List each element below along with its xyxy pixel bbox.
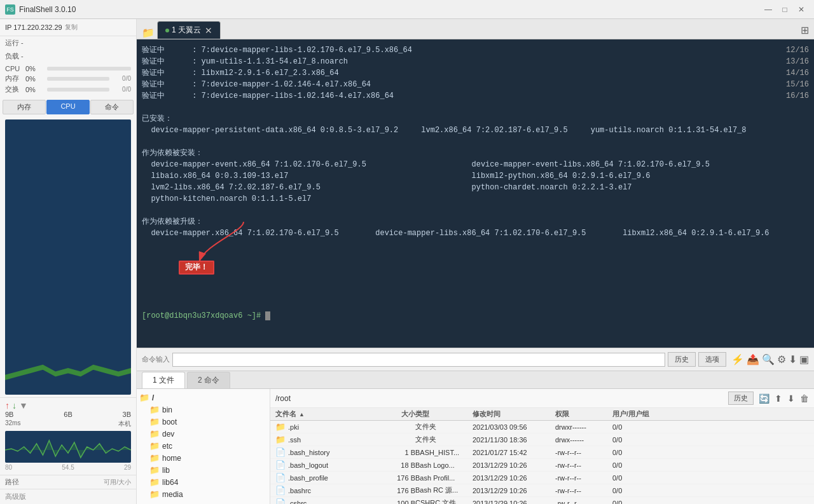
file-icon: 📄: [275, 498, 286, 504]
file-row[interactable]: 📄 .bash_history 1 B BASH_HIST... 2021/01…: [270, 446, 814, 459]
dir-dev-label: dev: [162, 430, 174, 439]
file-history-button[interactable]: 历史: [728, 392, 754, 405]
file-row[interactable]: 📄 .bashrc 176 B Bash RC 源... 2013/12/29 …: [270, 484, 814, 497]
file-date-cell: 2013/12/29 10:26: [473, 487, 555, 494]
terminal-line-8: libaio.x86_64 0:0.3.109-13.el7 libxml2-p…: [142, 170, 809, 182]
file-owner-cell: 0/0: [612, 500, 663, 505]
advanced-label: 高级版: [0, 489, 136, 504]
options-button[interactable]: 选项: [698, 352, 726, 367]
tab-label: 1 天翼云: [172, 25, 201, 36]
tab-mem[interactable]: 内存: [3, 100, 46, 114]
net-down-arrow: ↓: [12, 400, 17, 411]
cmd-input[interactable]: [172, 353, 665, 367]
path-row: 路径 可用/大小: [0, 475, 136, 489]
col-type-header[interactable]: 类型: [415, 409, 473, 419]
file-row[interactable]: 📄 .bash_profile 176 B Bash Profil... 201…: [270, 472, 814, 484]
tab-cmd[interactable]: 命令: [90, 100, 134, 114]
dir-etc[interactable]: 📁 etc: [137, 440, 270, 452]
cmd-bar: 命令输入 历史 选项 ⚡ 📤 🔍 ⚙ ⬇ ▣: [137, 348, 814, 371]
upload-icon[interactable]: 📤: [747, 353, 759, 365]
grid-view-icon[interactable]: ⊞: [801, 24, 809, 36]
files-tab[interactable]: 1 文件: [142, 372, 185, 388]
tab-bar: 📁 1 天翼云 ✕ ⊞: [137, 19, 814, 39]
download-file-icon[interactable]: ⬇: [787, 393, 795, 404]
dir-media-icon: 📁: [149, 489, 160, 499]
bottom-tabs: 1 文件 2 命令: [137, 371, 814, 389]
copy-button[interactable]: 复制: [65, 23, 78, 32]
upload-file-icon[interactable]: ⬆: [775, 393, 782, 404]
tab-dot: [165, 29, 169, 32]
settings-icon[interactable]: ⚙: [777, 353, 786, 365]
dir-home[interactable]: 📁 home: [137, 452, 270, 464]
file-perms-cell: -rw-r--r--: [555, 461, 612, 469]
file-icon: 📁: [275, 435, 286, 444]
tab-toolbar: ⊞: [801, 24, 809, 39]
col-name-header[interactable]: 文件名 ▲: [275, 409, 377, 419]
file-date-cell: 2021/01/27 15:42: [473, 449, 555, 456]
dir-etc-label: etc: [162, 442, 172, 451]
ping-mid: 54.5: [62, 464, 74, 471]
file-icon: 📄: [275, 460, 286, 470]
cpu-value: 0%: [25, 65, 45, 72]
file-owner-cell: 0/0: [612, 461, 663, 469]
dir-etc-icon: 📁: [149, 441, 160, 451]
file-row[interactable]: 📄 .bash_logout 18 B Bash Logo... 2013/12…: [270, 459, 814, 472]
maximize-button[interactable]: □: [777, 3, 792, 16]
file-row[interactable]: 📁 .pki 文件夹 2021/03/03 09:56 drwxr------ …: [270, 421, 814, 433]
delete-file-icon[interactable]: 🗑: [800, 393, 809, 404]
file-row[interactable]: 📁 .ssh 文件夹 2021/11/30 18:36 drwx------ 0…: [270, 433, 814, 446]
cpu-chart: [5, 119, 131, 395]
file-icon: 📄: [275, 486, 286, 495]
close-button[interactable]: ✕: [794, 3, 809, 16]
search-icon[interactable]: 🔍: [762, 353, 775, 365]
file-rows-container: 📁 .pki 文件夹 2021/03/03 09:56 drwxr------ …: [270, 421, 814, 504]
dir-lib[interactable]: 📁 lib: [137, 464, 270, 476]
cpu-metric: CPU 0%: [5, 64, 131, 73]
swap-metric: 交换 0% 0/0: [5, 84, 131, 95]
col-size-header[interactable]: 大小: [377, 409, 415, 419]
history-button[interactable]: 历史: [668, 352, 696, 367]
dir-media[interactable]: 📁 media: [137, 488, 270, 500]
swap-extra: 0/0: [112, 86, 131, 93]
swap-label: 交换: [5, 85, 23, 94]
swap-value: 0%: [25, 86, 45, 93]
net-low-val: 3B: [123, 411, 131, 418]
dir-boot[interactable]: 📁 boot: [137, 416, 270, 428]
file-name-text: .cshrc: [288, 500, 307, 505]
dir-root[interactable]: 📁 /: [137, 392, 270, 404]
file-perms-cell: -rw-r--r--: [555, 500, 612, 505]
minimize-button[interactable]: —: [761, 3, 776, 16]
terminal-icon[interactable]: ▣: [799, 353, 809, 365]
download-icon[interactable]: ⬇: [789, 353, 797, 365]
dir-lib64[interactable]: 📁 lib64: [137, 476, 270, 488]
cpu-label: CPU: [5, 65, 23, 72]
tab-cpu[interactable]: CPU: [46, 100, 90, 114]
ping-value: 32ms: [5, 419, 20, 428]
terminal-blank-1: [142, 102, 809, 113]
dir-lib-icon: 📁: [149, 465, 160, 475]
tab-folder-icon[interactable]: 📁: [142, 27, 155, 39]
file-row[interactable]: 📄 .cshrc 100 B CSHRC 文件... 2013/12/29 10…: [270, 497, 814, 504]
terminal-section-3: 作为依赖被升级：: [142, 216, 809, 228]
terminal-line-2: 验证中 : yum-utils-1.1.31-54.el7_8.noarch13…: [142, 56, 809, 67]
lightning-icon[interactable]: ⚡: [731, 353, 744, 365]
dir-dev[interactable]: 📁 dev: [137, 428, 270, 440]
dir-lib-label: lib: [162, 466, 170, 475]
terminal[interactable]: 验证中 : 7:device-mapper-libs-1.02.170-6.el…: [137, 39, 814, 348]
file-name-cell: 📄 .bash_history: [275, 447, 377, 457]
ping-range: 80 54.5 29: [5, 464, 131, 472]
file-path-bar: /root 历史 🔄 ⬆ ⬇ 🗑: [270, 389, 814, 408]
tab-tianyi[interactable]: 1 天翼云 ✕: [157, 21, 221, 39]
col-owner-header[interactable]: 用户/用户组: [612, 409, 663, 419]
dir-bin[interactable]: 📁 bin: [137, 404, 270, 416]
net-row: ↑ ↓ ▼: [5, 400, 131, 411]
tab-close-icon[interactable]: ✕: [205, 25, 212, 36]
col-date-header[interactable]: 修改时间: [473, 409, 555, 419]
col-perms-header[interactable]: 权限: [555, 409, 612, 419]
dir-boot-icon: 📁: [149, 417, 160, 426]
refresh-icon[interactable]: 🔄: [759, 393, 769, 404]
file-owner-cell: 0/0: [612, 436, 663, 444]
dir-dev-icon: 📁: [149, 429, 160, 439]
commands-tab[interactable]: 2 命令: [187, 372, 230, 388]
file-size-cell: 1 B: [377, 449, 415, 456]
